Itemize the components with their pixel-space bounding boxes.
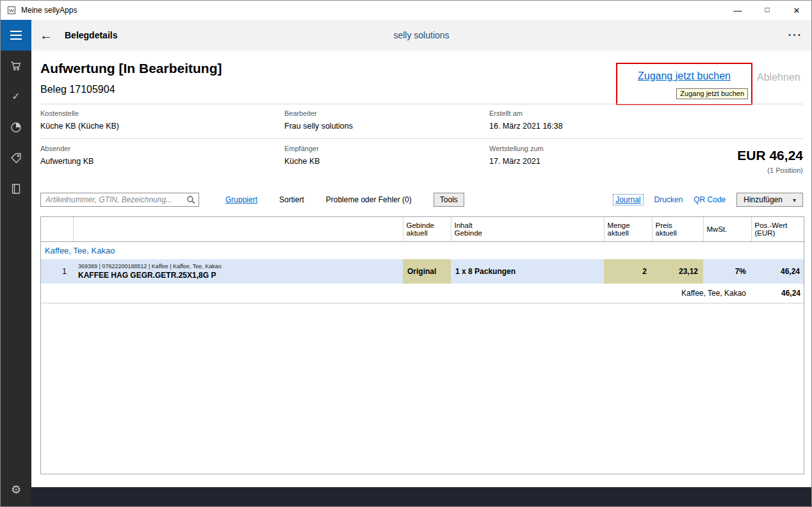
- group-summary-row: Kaffee, Tee, Kakao 46,24: [41, 284, 804, 303]
- book-receipt-link[interactable]: Zugang jetzt buchen: [617, 70, 751, 82]
- document-title: Aufwertung [In Bearbeitung]: [40, 61, 222, 76]
- sidebar: ✓ ⚙: [1, 20, 31, 506]
- field-label: Absender: [40, 145, 232, 152]
- appbar: selly solutions ← Belegdetails ···: [31, 20, 811, 51]
- divider: [40, 104, 803, 104]
- cell-inhalt: 1 x 8 Packungen: [451, 259, 604, 284]
- window-controls: — □ ✕: [723, 1, 811, 20]
- summary-label: Kaffee, Tee, Kakao: [41, 284, 751, 303]
- search-input[interactable]: [41, 193, 199, 206]
- field-empfaenger: Empfänger Küche KB: [284, 145, 476, 166]
- bottom-bar: [31, 487, 811, 506]
- field-kostenstelle: Kostenstelle Küche KB (Küche KB): [40, 109, 232, 131]
- appbar-center-title: selly solutions: [31, 30, 811, 40]
- tools-button[interactable]: Tools: [434, 193, 464, 207]
- search-box: [40, 193, 199, 207]
- header-menge: Menge aktuell: [604, 217, 652, 241]
- cell-mwst: 7%: [703, 259, 751, 284]
- field-value: Küche KB: [284, 157, 476, 166]
- annotation-rectangle: Zugang jetzt buchen Zugang jetzt buchen: [616, 63, 752, 105]
- page-title: Belegdetails: [65, 30, 117, 40]
- header-wert: Pos.-Wert (EUR): [751, 217, 804, 241]
- search-icon: [186, 195, 195, 206]
- check-icon: ✓: [12, 92, 20, 102]
- total-amount: EUR 46,24: [737, 148, 803, 163]
- header-article: [73, 217, 403, 241]
- header-pos: [41, 217, 73, 241]
- toolbar-right: Journal Drucken QR Code Hinzufügen ▾: [613, 193, 803, 207]
- group-label: Kaffee, Tee, Kakao: [41, 241, 804, 259]
- field-label: Erstellt am: [489, 109, 681, 117]
- header-preis: Preis aktuell: [652, 217, 703, 241]
- sidebar-item-tags[interactable]: [1, 143, 31, 173]
- more-icon[interactable]: ···: [788, 29, 802, 41]
- close-icon[interactable]: ✕: [782, 1, 811, 20]
- document-number: Beleg 17105904: [40, 84, 115, 95]
- field-value: Frau selly solutions: [284, 122, 476, 131]
- field-label: Empfänger: [284, 145, 476, 152]
- field-bearbeiter: Bearbeiter Frau selly solutions: [284, 109, 476, 131]
- probleme-link[interactable]: Probleme oder Fehler (0): [326, 195, 412, 204]
- cell-preis: 23,12: [652, 259, 703, 284]
- sidebar-item-cart[interactable]: [1, 51, 31, 81]
- cell-menge: 2: [604, 259, 652, 284]
- field-value: Küche KB (Küche KB): [40, 122, 232, 131]
- article-name: KAFFEE HAG GEGR.GETR.25X1,8G P: [78, 271, 398, 280]
- field-label: Kostenstelle: [40, 109, 232, 117]
- sortiert-link[interactable]: Sortiert: [279, 195, 304, 204]
- header-gebinde: Gebinde aktuell: [403, 217, 451, 241]
- group-header-row: Kaffee, Tee, Kakao: [41, 241, 804, 259]
- book-icon: [10, 183, 22, 195]
- reject-button[interactable]: Ablehnen: [757, 72, 800, 83]
- back-icon[interactable]: ←: [31, 28, 61, 43]
- minimize-icon[interactable]: —: [723, 1, 752, 20]
- drucken-link[interactable]: Drucken: [654, 195, 683, 204]
- field-erstellt-am: Erstellt am 16. März 2021 16:38: [489, 109, 681, 131]
- field-wertstellung: Wertstellung zum 17. März 2021: [489, 145, 681, 166]
- menu-icon: [10, 31, 22, 40]
- article-meta: 369389 | 07622200188512 | Kaffee | Kaffe…: [78, 263, 398, 270]
- cell-wert: 46,24: [751, 259, 804, 284]
- cell-gebinde: Original: [403, 259, 451, 284]
- field-absender: Absender Aufwertung KB: [40, 145, 232, 166]
- app-window: Meine sellyApps — □ ✕ ✓: [0, 0, 812, 507]
- summary-value: 46,24: [751, 284, 804, 303]
- field-value: 17. März 2021: [489, 157, 681, 166]
- main-content: Aufwertung [In Bearbeitung] Beleg 171059…: [31, 51, 811, 487]
- gear-icon: ⚙: [11, 483, 21, 497]
- position-count: (1 Position): [737, 166, 803, 174]
- journal-link[interactable]: Journal: [613, 194, 643, 205]
- qr-code-link[interactable]: QR Code: [694, 195, 726, 204]
- divider: [40, 138, 803, 139]
- hinzufuegen-button[interactable]: Hinzufügen ▾: [736, 193, 803, 207]
- field-label: Wertstellung zum: [489, 145, 681, 152]
- app-icon: [7, 6, 16, 15]
- pie-chart-icon: [10, 122, 22, 133]
- sidebar-item-statistics[interactable]: [1, 112, 31, 143]
- window-title: Meine sellyApps: [21, 6, 77, 15]
- hinzufuegen-label: Hinzufügen: [743, 195, 783, 204]
- cart-icon: [10, 60, 22, 72]
- tooltip: Zugang jetzt buchen: [676, 88, 748, 99]
- cell-pos: 1: [41, 259, 73, 284]
- sidebar-settings-button[interactable]: ⚙: [1, 477, 31, 503]
- sidebar-item-approve[interactable]: ✓: [1, 81, 31, 112]
- sidebar-menu-button[interactable]: [1, 20, 31, 51]
- cell-article: 369389 | 07622200188512 | Kaffee | Kaffe…: [73, 259, 403, 284]
- total-amount-block: EUR 46,24 (1 Position): [737, 148, 803, 174]
- chevron-down-icon: ▾: [793, 197, 796, 204]
- field-label: Bearbeiter: [284, 109, 476, 117]
- titlebar: Meine sellyApps — □ ✕: [1, 1, 811, 20]
- gruppiert-link[interactable]: Gruppiert: [225, 195, 257, 204]
- table-header-row: Gebinde aktuell Inhalt Gebinde Menge akt…: [41, 217, 804, 241]
- toolbar: Gruppiert Sortiert Probleme oder Fehler …: [40, 192, 803, 207]
- header-mwst: MwSt.: [703, 217, 751, 241]
- header-inhalt: Inhalt Gebinde: [451, 217, 604, 241]
- sidebar-item-journal[interactable]: [1, 173, 31, 204]
- positions-table: Gebinde aktuell Inhalt Gebinde Menge akt…: [40, 216, 804, 474]
- tag-icon: [10, 152, 22, 164]
- table-row[interactable]: 1 369389 | 07622200188512 | Kaffee | Kaf…: [41, 259, 804, 284]
- field-value: Aufwertung KB: [40, 157, 232, 166]
- field-value: 16. März 2021 16:38: [489, 122, 681, 131]
- maximize-icon[interactable]: □: [752, 0, 782, 19]
